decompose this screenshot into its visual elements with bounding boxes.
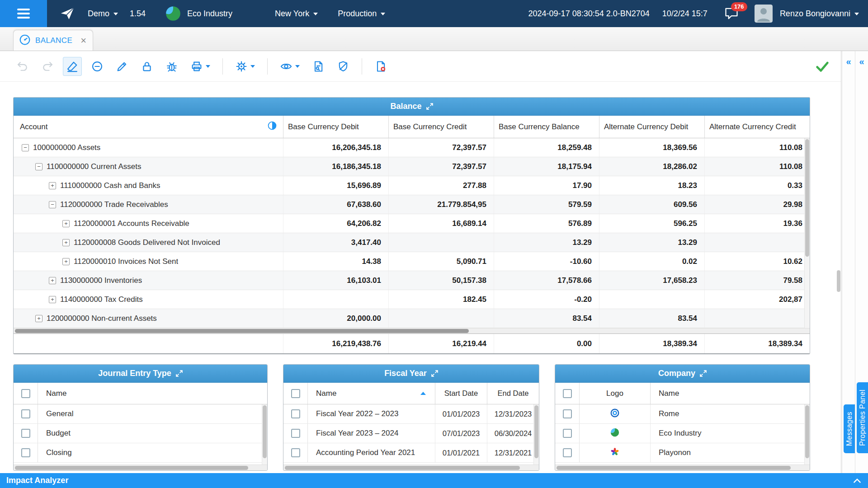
balance-row[interactable]: +1120000001 Accounts Receivable64,206.82… xyxy=(14,214,810,233)
vertical-scrollbar[interactable] xyxy=(804,138,810,328)
design-edit-button[interactable] xyxy=(113,57,131,75)
tab-balance[interactable]: BALANCE × xyxy=(13,30,93,51)
column-header-name[interactable]: Name xyxy=(38,383,267,404)
balance-row[interactable]: −1100000000 Current Assets16,186,345.187… xyxy=(14,157,810,176)
demo-menu[interactable]: Demo xyxy=(88,9,118,19)
settings-button[interactable] xyxy=(232,57,258,75)
page-vertical-scrollbar[interactable] xyxy=(836,51,841,473)
scrollbar-thumb[interactable] xyxy=(534,405,538,458)
row-checkbox[interactable] xyxy=(21,409,30,418)
expand-panel-icon[interactable] xyxy=(426,103,433,110)
expand-panel-icon[interactable] xyxy=(700,370,707,377)
chevron-up-icon[interactable] xyxy=(853,478,862,484)
balance-row[interactable]: +1140000000 Tax Credits182.45-0.20202,87 xyxy=(14,290,810,309)
company-row[interactable]: Eco Industry xyxy=(555,424,810,443)
row-checkbox[interactable] xyxy=(563,429,572,438)
balance-row[interactable]: +1200000000 Non-current Assets20,000.008… xyxy=(14,309,810,328)
location-selector[interactable]: New York xyxy=(275,9,318,19)
select-all-checkbox[interactable] xyxy=(21,389,30,398)
expand-node-icon[interactable]: + xyxy=(62,220,70,227)
collapse-node-icon[interactable]: − xyxy=(22,144,29,151)
balance-row[interactable]: +1120000010 Invoices Not Sent14.385,090.… xyxy=(14,252,810,271)
vertical-scrollbar[interactable] xyxy=(804,404,810,465)
scrollbar-thumb[interactable] xyxy=(557,466,791,470)
column-header-name[interactable]: Name xyxy=(308,383,435,404)
hamburger-menu-button[interactable] xyxy=(0,0,47,27)
collapse-left-icon[interactable]: « xyxy=(842,56,855,67)
vertical-scrollbar[interactable] xyxy=(262,404,267,465)
column-header-base-currency-debit[interactable]: Base Currency Debit xyxy=(283,116,388,138)
vertical-scrollbar[interactable] xyxy=(533,404,539,465)
tab-close-icon[interactable]: × xyxy=(80,36,86,46)
expand-panel-icon[interactable] xyxy=(176,370,183,377)
scrollbar-thumb[interactable] xyxy=(15,329,469,333)
collapse-node-icon[interactable]: − xyxy=(35,163,42,170)
remove-document-button[interactable] xyxy=(372,57,390,75)
scrollbar-thumb[interactable] xyxy=(805,405,809,458)
document-inspect-button[interactable] xyxy=(309,57,327,75)
notifications-button[interactable]: 176 xyxy=(724,7,739,20)
redo-button[interactable] xyxy=(38,57,57,75)
expand-node-icon[interactable]: + xyxy=(49,296,56,303)
row-checkbox[interactable] xyxy=(21,429,30,438)
balance-row[interactable]: −1000000000 Assets16,206,345.1872,397.57… xyxy=(14,138,810,157)
row-checkbox[interactable] xyxy=(563,409,572,418)
expand-node-icon[interactable]: + xyxy=(35,315,42,322)
remove-circle-button[interactable] xyxy=(88,57,106,75)
impact-analyzer-bar[interactable]: Impact Analyzer xyxy=(0,473,868,488)
scrollbar-thumb[interactable] xyxy=(15,466,248,470)
scrollbar-thumb[interactable] xyxy=(263,405,267,458)
collapse-node-icon[interactable]: − xyxy=(49,201,56,208)
confirm-button[interactable] xyxy=(812,56,833,76)
column-header-end-date[interactable]: End Date xyxy=(487,383,539,404)
balance-row[interactable]: +1110000000 Cash and Banks15,696.89277.8… xyxy=(14,176,810,195)
properties-panel-tab[interactable]: Properties Panel xyxy=(857,382,868,453)
column-header-start-date[interactable]: Start Date xyxy=(435,383,487,404)
company-row[interactable]: Playonon xyxy=(555,443,810,463)
view-options-button[interactable] xyxy=(277,57,302,75)
user-avatar[interactable] xyxy=(755,5,773,23)
column-contrast-toggle-icon[interactable] xyxy=(268,121,277,132)
undo-button[interactable] xyxy=(14,57,32,75)
balance-row[interactable]: −1120000000 Trade Receivables67,638.6021… xyxy=(14,195,810,214)
user-menu[interactable]: Renzo Bongiovanni xyxy=(780,9,859,19)
row-checkbox[interactable] xyxy=(291,448,300,457)
journal-entry-type-row[interactable]: Budget xyxy=(14,424,267,443)
lock-button[interactable] xyxy=(138,57,156,75)
column-header-alternate-currency-credit[interactable]: Alternate Currency Credit xyxy=(704,116,810,138)
fiscal-year-row[interactable]: Fiscal Year 2022 – 202301/01/202312/31/2… xyxy=(283,404,539,424)
scrollbar-thumb[interactable] xyxy=(805,139,809,257)
horizontal-scrollbar[interactable] xyxy=(283,465,539,470)
expand-node-icon[interactable]: + xyxy=(62,239,70,246)
eco-industry-logo-icon[interactable] xyxy=(165,5,182,22)
collapse-left-icon[interactable]: « xyxy=(855,56,868,67)
expand-panel-icon[interactable] xyxy=(431,370,438,377)
balance-row[interactable]: +1120000008 Goods Delivered Not Invoiced… xyxy=(14,233,810,252)
row-checkbox[interactable] xyxy=(291,429,300,438)
fiscal-year-row[interactable]: Accounting Period Year 202101/01/202112/… xyxy=(283,443,539,463)
select-all-checkbox[interactable] xyxy=(291,389,300,398)
expand-node-icon[interactable]: + xyxy=(62,258,70,265)
scrollbar-thumb[interactable] xyxy=(285,466,520,470)
horizontal-scrollbar[interactable] xyxy=(555,465,810,470)
journal-entry-type-row[interactable]: General xyxy=(14,404,267,424)
column-header-logo[interactable]: Logo xyxy=(580,383,651,404)
environment-selector[interactable]: Production xyxy=(338,9,385,19)
fiscal-year-row[interactable]: Fiscal Year 2023 – 202407/01/202306/30/2… xyxy=(283,424,539,443)
print-button[interactable] xyxy=(188,57,213,75)
horizontal-scrollbar[interactable] xyxy=(14,465,267,470)
debug-button[interactable] xyxy=(163,57,181,75)
scrollbar-thumb[interactable] xyxy=(837,270,840,292)
eraser-tool-button[interactable] xyxy=(63,57,81,75)
row-checkbox[interactable] xyxy=(291,409,300,418)
column-header-base-currency-balance[interactable]: Base Currency Balance xyxy=(494,116,599,138)
horizontal-scrollbar[interactable] xyxy=(14,328,810,333)
balance-row[interactable]: +1130000000 Inventories16,103.0150,157.3… xyxy=(14,271,810,290)
row-checkbox[interactable] xyxy=(21,448,30,457)
column-header-account[interactable]: Account xyxy=(14,116,283,138)
expand-node-icon[interactable]: + xyxy=(49,277,56,284)
journal-entry-type-row[interactable]: Closing xyxy=(14,443,267,463)
app-logo-plane-icon[interactable] xyxy=(59,6,76,21)
column-header-alternate-currency-debit[interactable]: Alternate Currency Debit xyxy=(599,116,704,138)
messages-tab[interactable]: Messages xyxy=(844,404,855,453)
